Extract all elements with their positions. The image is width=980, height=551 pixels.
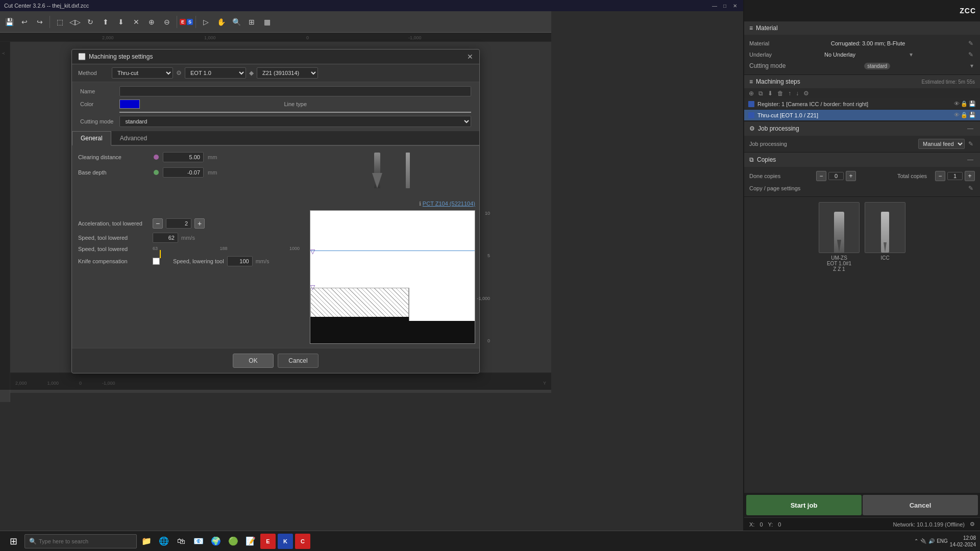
cutting-mode-select[interactable]: standard xyxy=(119,116,471,127)
taskbar-icon-file-explorer[interactable]: 📁 xyxy=(139,534,154,549)
tool-icon: ⚙ xyxy=(176,69,182,77)
material-header-text: Material xyxy=(756,24,778,32)
search-box[interactable]: 🔍 xyxy=(24,534,137,548)
step-item-1[interactable]: Register: 1 [Camera ICC / border: front … xyxy=(744,98,980,110)
tool7[interactable]: ⊕ xyxy=(144,15,159,29)
taskbar-icon-chrome[interactable]: 🟢 xyxy=(226,534,241,549)
taskbar-icon-edge[interactable]: 🌍 xyxy=(208,534,224,549)
mirror-button[interactable]: ◁▷ xyxy=(68,15,82,29)
job-processing-collapse-button[interactable]: — xyxy=(966,124,975,133)
import-step-button[interactable]: ⬇ xyxy=(766,89,774,97)
color-label: Color xyxy=(80,101,113,107)
speed-marker xyxy=(160,250,161,258)
underlay-dropdown-button[interactable]: ▾ xyxy=(908,51,914,59)
select-tool[interactable]: ▷ xyxy=(199,15,213,29)
move-up-button[interactable]: ↑ xyxy=(787,89,793,97)
total-copies-minus-button[interactable]: − xyxy=(935,171,945,181)
speed-lowering-input[interactable] xyxy=(227,256,253,266)
done-copies-minus-button[interactable]: − xyxy=(816,171,826,181)
start-button[interactable]: ⊞ xyxy=(4,532,22,550)
zone-select[interactable]: Z21 (3910314) xyxy=(257,67,318,79)
panel-cancel-button[interactable]: Cancel xyxy=(863,495,978,515)
tool5[interactable]: ⬇ xyxy=(114,15,128,29)
knife-compensation-checkbox[interactable] xyxy=(153,258,160,265)
lock-icon-2[interactable]: 🔒 xyxy=(961,112,968,118)
taskbar-icon-e[interactable]: E xyxy=(260,534,276,549)
add-step-button[interactable]: ⊕ xyxy=(747,89,755,97)
taskbar-icon-mail[interactable]: 📧 xyxy=(191,534,206,549)
taskbar-icon-browser[interactable]: 🌐 xyxy=(156,534,172,549)
total-copies-plus-button[interactable]: + xyxy=(965,171,975,181)
s-badge[interactable]: S xyxy=(187,19,193,25)
start-job-button[interactable]: Start job xyxy=(746,495,862,515)
copy-step-button[interactable]: ⧉ xyxy=(757,89,765,97)
done-copies-plus-button[interactable]: + xyxy=(846,171,856,181)
align-button[interactable]: ⬆ xyxy=(99,15,113,29)
grid-tool[interactable]: ▦ xyxy=(260,15,274,29)
copy-page-edit-button[interactable]: ✎ xyxy=(967,184,975,192)
dialog-overlay: ⬜ Machining step settings ✕ Method Thru-… xyxy=(0,33,551,390)
general-tab-content: Clearing distance mm Base depth mm Accel… xyxy=(72,146,479,348)
new-button[interactable]: 💾 xyxy=(2,15,16,29)
color-swatch[interactable] xyxy=(119,99,140,109)
fit-tool[interactable]: ⊞ xyxy=(244,15,259,29)
taskbar-icon-note[interactable]: 📝 xyxy=(243,534,258,549)
lock-icon-1[interactable]: 🔒 xyxy=(961,101,968,107)
zoom-tool[interactable]: 🔍 xyxy=(229,15,243,29)
delete-step-button[interactable]: 🗑 xyxy=(776,89,785,97)
job-processing-edit-button[interactable]: ✎ xyxy=(967,140,975,148)
save-icon-1[interactable]: 💾 xyxy=(969,101,976,107)
tray-expand-icon[interactable]: ⌃ xyxy=(914,538,918,544)
taskbar-icon-k[interactable]: K xyxy=(278,534,293,549)
copies-collapse-button[interactable]: — xyxy=(966,156,975,164)
method-select[interactable]: Thru-cut xyxy=(112,67,173,79)
copy-button[interactable]: ⬚ xyxy=(53,15,67,29)
redo-button[interactable]: ↪ xyxy=(33,15,47,29)
dialog-close-button[interactable]: ✕ xyxy=(467,53,473,61)
acceleration-minus-button[interactable]: − xyxy=(153,218,163,229)
underlay-edit-button[interactable]: ✎ xyxy=(967,51,975,59)
tool6[interactable]: ✕ xyxy=(129,15,143,29)
speed-lowered-input[interactable] xyxy=(153,233,178,243)
pct-link[interactable]: PCT Z104 (5221104) xyxy=(423,201,475,207)
acceleration-input[interactable] xyxy=(166,218,191,229)
hand-tool[interactable]: ✋ xyxy=(214,15,228,29)
window-controls[interactable]: — □ ✕ xyxy=(710,2,739,9)
undo-button[interactable]: ↩ xyxy=(17,15,32,29)
eye-icon-2[interactable]: 👁 xyxy=(954,112,960,118)
step-item-2[interactable]: Thru-cut [EOT 1.0 / Z21] 👁 🔒 💾 xyxy=(744,110,980,121)
clearing-distance-input[interactable] xyxy=(163,152,204,162)
tool8[interactable]: ⊖ xyxy=(160,15,174,29)
tab-advanced[interactable]: Advanced xyxy=(111,131,156,145)
speed-bar-min: 63 xyxy=(153,246,158,251)
acceleration-plus-button[interactable]: + xyxy=(194,218,205,229)
base-depth-input[interactable] xyxy=(163,167,204,178)
cutting-mode-dropdown-button[interactable]: ▾ xyxy=(969,62,975,70)
tool-select[interactable]: EOT 1.0 xyxy=(185,67,246,79)
eye-icon-1[interactable]: 👁 xyxy=(954,101,960,107)
close-button[interactable]: ✕ xyxy=(731,2,739,9)
search-input[interactable] xyxy=(39,538,132,544)
cutting-mode-row: Cutting mode standard ▾ xyxy=(749,60,975,71)
maximize-button[interactable]: □ xyxy=(721,2,729,9)
taskbar-icon-c[interactable]: C xyxy=(295,534,310,549)
speed-bar-label: Speed, tool lowered xyxy=(78,246,150,252)
settings-icon[interactable]: ⚙ xyxy=(970,521,975,528)
job-processing-select[interactable]: Manual feed xyxy=(918,139,965,149)
cancel-button[interactable]: Cancel xyxy=(278,354,318,368)
save-icon-2[interactable]: 💾 xyxy=(969,112,976,118)
e-badge[interactable]: E xyxy=(180,19,186,25)
ok-button[interactable]: OK xyxy=(233,354,274,368)
estimated-time: Estimated time: 5m 55s xyxy=(922,79,975,85)
name-input[interactable] xyxy=(119,86,471,96)
rotate-button[interactable]: ↻ xyxy=(83,15,97,29)
taskbar-icon-store[interactable]: 🛍 xyxy=(174,534,189,549)
material-edit-button[interactable]: ✎ xyxy=(967,39,975,47)
tool-images xyxy=(310,150,475,196)
move-down-button[interactable]: ↓ xyxy=(794,89,800,97)
tab-general[interactable]: General xyxy=(72,131,111,146)
dialog-basic-props: Name Color Line type Cutting mode standa… xyxy=(72,82,479,131)
minimize-button[interactable]: — xyxy=(710,2,719,9)
settings-button[interactable]: ⚙ xyxy=(802,89,811,97)
search-icon: 🔍 xyxy=(29,538,37,545)
